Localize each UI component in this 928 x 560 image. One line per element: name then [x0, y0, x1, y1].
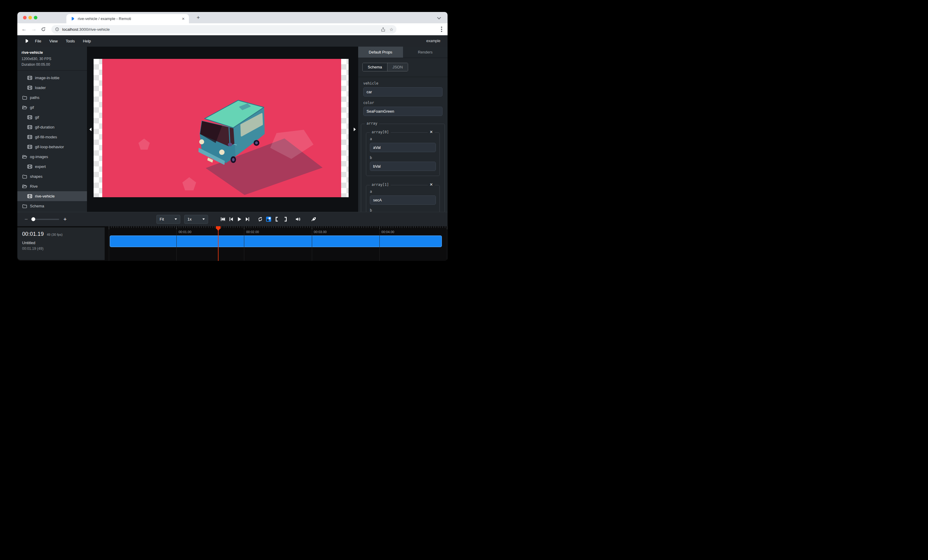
address-field[interactable]: localhost:3000/rive-vehicle ☆	[52, 25, 397, 33]
canvas-size-value: Fit	[160, 217, 164, 221]
timeline-ruler[interactable]: 00:01.0000:02.0000:03.0000:04.00	[105, 226, 447, 261]
zoom-slider-thumb[interactable]	[31, 217, 35, 221]
composition-item-label: gif	[35, 115, 39, 120]
current-frame-info: 49 (30 fps)	[47, 233, 63, 236]
transparency-checkerboard-toggle[interactable]	[264, 215, 273, 224]
props-tab[interactable]: Default Props	[358, 47, 403, 58]
loop-out-point-icon[interactable]	[281, 215, 289, 224]
menu-item[interactable]: Help	[83, 39, 91, 43]
schema-json-toggle-wrap: Schema JSON	[358, 58, 447, 77]
ruler-label: 00:01.00	[179, 230, 191, 234]
playback-rate-value: 1x	[188, 217, 192, 221]
composition-item[interactable]: gif-loop-behavior	[17, 142, 87, 152]
tab-schema[interactable]: Schema	[363, 63, 387, 71]
composition-item[interactable]: image-in-lottie	[17, 73, 87, 83]
composition-resolution: 1200x630, 30 FPS	[21, 56, 83, 62]
array-item-fields: a b	[370, 189, 436, 212]
collapse-right-panel-icon[interactable]	[354, 128, 356, 131]
props-tab[interactable]: Renders	[403, 47, 448, 58]
menu-item[interactable]: File	[35, 39, 41, 43]
folder-icon	[22, 204, 27, 208]
play-button[interactable]	[235, 215, 243, 224]
project-info: rive-vehicle 1200x630, 30 FPS Duration 0…	[17, 47, 87, 70]
prop-label: a	[370, 137, 436, 141]
bookmark-star-icon[interactable]: ☆	[389, 27, 394, 32]
tab-close-icon[interactable]: ✕	[180, 16, 186, 21]
composition-item-label: image-in-lottie	[35, 76, 60, 80]
folder-icon	[22, 174, 27, 179]
ruler-label: 00:02.00	[246, 230, 259, 234]
composition-item[interactable]: expert	[17, 162, 87, 172]
zoom-slider[interactable]	[31, 219, 59, 220]
playhead[interactable]	[216, 226, 221, 261]
folder-icon	[22, 95, 27, 100]
chevron-down-icon[interactable]	[437, 15, 441, 20]
prop-field: a	[370, 137, 436, 152]
remotion-favicon-icon	[70, 17, 75, 21]
composition-item[interactable]: gif	[17, 113, 87, 122]
timeline-info-panel: 00:01.19 49 (30 fps) Untitled 00:01.19 (…	[17, 227, 105, 260]
prop-input[interactable]	[363, 107, 443, 116]
film-icon	[27, 85, 32, 90]
composition-item-label: shapes	[30, 174, 43, 179]
traffic-minimize-button[interactable]	[28, 16, 32, 20]
previous-frame-button[interactable]	[227, 215, 235, 224]
zoom-out-button[interactable]: −	[24, 216, 28, 223]
composition-item-label: Schema	[30, 204, 44, 208]
tab-title: rive-vehicle / example - Remoti	[78, 17, 180, 21]
playback-controls: Fit 1x	[156, 212, 317, 226]
composition-item[interactable]: gif-duration	[17, 122, 87, 132]
composition-item[interactable]: og-images	[17, 152, 87, 162]
collapse-left-panel-icon[interactable]	[89, 128, 92, 131]
composition-item[interactable]: Schema	[17, 201, 87, 211]
volume-icon[interactable]	[294, 215, 302, 224]
browser-menu-icon[interactable]	[441, 27, 442, 33]
tab-json[interactable]: JSON	[387, 63, 408, 71]
remove-array-item-icon[interactable]: ✕	[428, 182, 435, 187]
playback-rate-select[interactable]: 1x	[184, 215, 208, 224]
array-item-1: array[1] ✕ a b	[366, 185, 440, 212]
preview-canvas	[87, 47, 358, 212]
composition-item[interactable]: paths	[17, 93, 87, 102]
prop-input[interactable]	[363, 87, 443, 96]
zoom-in-button[interactable]: +	[63, 216, 67, 223]
default-props-form: vehicle color array array[0] ✕	[358, 77, 447, 212]
folder-open-icon	[22, 105, 27, 110]
menu-item[interactable]: View	[49, 39, 58, 43]
prop-input[interactable]	[370, 195, 436, 205]
traffic-close-button[interactable]	[23, 16, 27, 20]
prop-field: b	[370, 208, 436, 212]
menu-item[interactable]: Tools	[66, 39, 75, 43]
playhead-line	[218, 230, 218, 261]
new-tab-button[interactable]: +	[194, 14, 202, 21]
chevron-down-icon	[202, 218, 205, 220]
prop-input[interactable]	[370, 162, 436, 171]
array-group-label: array	[365, 121, 379, 125]
browser-window: rive-vehicle / example - Remoti ✕ + ← → …	[17, 12, 447, 261]
composition-item[interactable]: gif-fill-modes	[17, 132, 87, 142]
browser-tab[interactable]: rive-vehicle / example - Remoti ✕	[66, 14, 189, 23]
traffic-zoom-button[interactable]	[34, 16, 37, 20]
back-icon[interactable]: ←	[21, 23, 27, 35]
composition-item[interactable]: rive-vehicle	[17, 191, 87, 201]
next-frame-button[interactable]	[243, 215, 252, 224]
reload-icon[interactable]	[41, 23, 46, 35]
render-rocket-icon[interactable]	[309, 215, 317, 224]
composition-item[interactable]: loader	[17, 83, 87, 93]
timeline-track-bar[interactable]	[110, 236, 442, 247]
info-icon[interactable]	[55, 27, 59, 31]
composition-item[interactable]: Rive	[17, 181, 87, 191]
remove-array-item-icon[interactable]: ✕	[428, 130, 435, 134]
composition-item[interactable]: shapes	[17, 172, 87, 181]
canvas-size-select[interactable]: Fit	[156, 215, 180, 224]
prop-label: b	[370, 208, 436, 212]
loop-in-point-icon[interactable]	[273, 215, 281, 224]
loop-toggle-icon[interactable]	[256, 215, 264, 224]
ruler-label: 00:03.00	[314, 230, 327, 234]
composition-viewport	[93, 59, 349, 197]
share-icon[interactable]	[381, 27, 385, 32]
skip-to-start-button[interactable]	[218, 215, 227, 224]
array-item-0: array[0] ✕ a b	[366, 132, 440, 176]
prop-input[interactable]	[370, 143, 436, 152]
composition-item[interactable]: gif	[17, 102, 87, 113]
